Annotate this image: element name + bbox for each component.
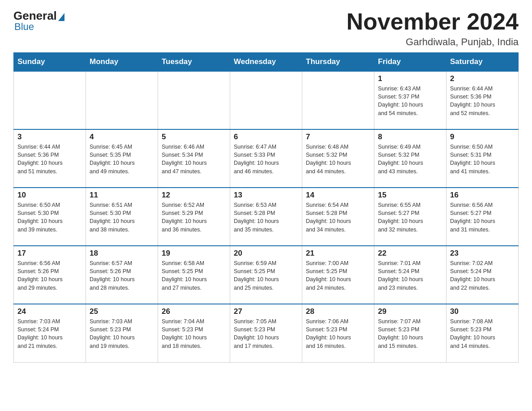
day-number: 10	[17, 191, 82, 200]
day-number: 1	[378, 74, 442, 83]
day-number: 26	[162, 307, 226, 316]
day-info: Sunrise: 6:53 AMSunset: 5:28 PMDaylight:…	[234, 201, 298, 234]
calendar-cell: 21Sunrise: 7:00 AMSunset: 5:25 PMDayligh…	[302, 246, 374, 304]
day-number: 22	[378, 249, 442, 258]
week-row-1: 1Sunrise: 6:43 AMSunset: 5:37 PMDaylight…	[14, 71, 519, 129]
day-number: 12	[162, 191, 226, 200]
calendar-cell: 14Sunrise: 6:54 AMSunset: 5:28 PMDayligh…	[302, 188, 374, 246]
day-number: 5	[162, 133, 226, 141]
calendar-cell: 9Sunrise: 6:50 AMSunset: 5:31 PMDaylight…	[446, 129, 519, 188]
calendar-cell: 3Sunrise: 6:44 AMSunset: 5:36 PMDaylight…	[14, 129, 86, 188]
day-number: 6	[234, 133, 298, 141]
calendar-cell: 25Sunrise: 7:03 AMSunset: 5:23 PMDayligh…	[86, 304, 158, 362]
day-number: 25	[90, 307, 154, 316]
weekday-header-saturday: Saturday	[446, 53, 519, 72]
day-info: Sunrise: 7:00 AMSunset: 5:25 PMDaylight:…	[306, 259, 370, 292]
weekday-header-wednesday: Wednesday	[230, 53, 302, 72]
day-number: 19	[162, 249, 226, 258]
day-info: Sunrise: 6:44 AMSunset: 5:36 PMDaylight:…	[450, 85, 515, 117]
calendar-cell: 16Sunrise: 6:56 AMSunset: 5:27 PMDayligh…	[446, 188, 519, 246]
day-number: 18	[90, 249, 154, 258]
day-info: Sunrise: 6:43 AMSunset: 5:37 PMDaylight:…	[378, 85, 442, 117]
day-number: 29	[378, 307, 442, 316]
day-info: Sunrise: 7:05 AMSunset: 5:23 PMDaylight:…	[234, 317, 298, 350]
calendar-cell	[230, 71, 302, 129]
day-number: 20	[234, 249, 298, 258]
day-info: Sunrise: 6:51 AMSunset: 5:30 PMDaylight:…	[90, 201, 154, 234]
day-info: Sunrise: 7:07 AMSunset: 5:23 PMDaylight:…	[378, 317, 442, 350]
weekday-header-sunday: Sunday	[14, 53, 86, 72]
day-number: 24	[17, 307, 82, 316]
calendar-cell: 1Sunrise: 6:43 AMSunset: 5:37 PMDaylight…	[374, 71, 446, 129]
day-info: Sunrise: 6:50 AMSunset: 5:30 PMDaylight:…	[17, 201, 82, 234]
page-subtitle: Garhdiwala, Punjab, India	[347, 36, 519, 48]
week-row-2: 3Sunrise: 6:44 AMSunset: 5:36 PMDaylight…	[14, 129, 519, 188]
calendar-cell	[302, 71, 374, 129]
day-number: 8	[378, 133, 442, 141]
day-info: Sunrise: 7:04 AMSunset: 5:23 PMDaylight:…	[162, 317, 226, 350]
weekday-header-friday: Friday	[374, 53, 446, 72]
calendar-cell: 7Sunrise: 6:48 AMSunset: 5:32 PMDaylight…	[302, 129, 374, 188]
calendar-cell: 23Sunrise: 7:02 AMSunset: 5:24 PMDayligh…	[446, 246, 519, 304]
day-info: Sunrise: 6:49 AMSunset: 5:32 PMDaylight:…	[378, 143, 442, 176]
day-info: Sunrise: 6:48 AMSunset: 5:32 PMDaylight:…	[306, 143, 370, 176]
calendar-cell	[14, 71, 86, 129]
day-number: 17	[17, 249, 82, 258]
calendar-cell: 26Sunrise: 7:04 AMSunset: 5:23 PMDayligh…	[158, 304, 230, 362]
calendar-cell: 5Sunrise: 6:46 AMSunset: 5:34 PMDaylight…	[158, 129, 230, 188]
weekday-header-tuesday: Tuesday	[158, 53, 230, 72]
day-number: 23	[450, 249, 515, 258]
calendar-cell: 4Sunrise: 6:45 AMSunset: 5:35 PMDaylight…	[86, 129, 158, 188]
calendar-cell: 24Sunrise: 7:03 AMSunset: 5:24 PMDayligh…	[14, 304, 86, 362]
calendar-cell: 13Sunrise: 6:53 AMSunset: 5:28 PMDayligh…	[230, 188, 302, 246]
day-number: 14	[306, 191, 370, 200]
day-info: Sunrise: 6:59 AMSunset: 5:25 PMDaylight:…	[234, 259, 298, 292]
calendar-cell: 28Sunrise: 7:06 AMSunset: 5:23 PMDayligh…	[302, 304, 374, 362]
calendar-cell: 22Sunrise: 7:01 AMSunset: 5:24 PMDayligh…	[374, 246, 446, 304]
day-info: Sunrise: 6:56 AMSunset: 5:27 PMDaylight:…	[450, 201, 515, 234]
week-row-3: 10Sunrise: 6:50 AMSunset: 5:30 PMDayligh…	[14, 188, 519, 246]
week-row-4: 17Sunrise: 6:56 AMSunset: 5:26 PMDayligh…	[14, 246, 519, 304]
calendar-cell: 19Sunrise: 6:58 AMSunset: 5:25 PMDayligh…	[158, 246, 230, 304]
calendar-cell: 15Sunrise: 6:55 AMSunset: 5:27 PMDayligh…	[374, 188, 446, 246]
day-info: Sunrise: 7:06 AMSunset: 5:23 PMDaylight:…	[306, 317, 370, 350]
day-number: 21	[306, 249, 370, 258]
calendar-cell: 11Sunrise: 6:51 AMSunset: 5:30 PMDayligh…	[86, 188, 158, 246]
day-number: 16	[450, 191, 515, 200]
calendar-cell	[158, 71, 230, 129]
day-number: 3	[17, 133, 82, 141]
week-row-5: 24Sunrise: 7:03 AMSunset: 5:24 PMDayligh…	[14, 304, 519, 362]
day-info: Sunrise: 7:03 AMSunset: 5:23 PMDaylight:…	[90, 317, 154, 350]
day-number: 11	[90, 191, 154, 200]
day-info: Sunrise: 6:58 AMSunset: 5:25 PMDaylight:…	[162, 259, 226, 292]
calendar-cell	[86, 71, 158, 129]
day-info: Sunrise: 6:44 AMSunset: 5:36 PMDaylight:…	[17, 143, 82, 176]
day-info: Sunrise: 6:54 AMSunset: 5:28 PMDaylight:…	[306, 201, 370, 234]
day-number: 28	[306, 307, 370, 316]
day-info: Sunrise: 7:02 AMSunset: 5:24 PMDaylight:…	[450, 259, 515, 292]
calendar-cell: 2Sunrise: 6:44 AMSunset: 5:36 PMDaylight…	[446, 71, 519, 129]
weekday-header-monday: Monday	[86, 53, 158, 72]
logo-blue-text: Blue	[14, 21, 34, 33]
calendar-cell: 8Sunrise: 6:49 AMSunset: 5:32 PMDaylight…	[374, 129, 446, 188]
page-title: November 2024	[347, 9, 519, 34]
logo-arrow-icon	[58, 13, 64, 21]
calendar-cell: 18Sunrise: 6:57 AMSunset: 5:26 PMDayligh…	[86, 246, 158, 304]
day-info: Sunrise: 7:03 AMSunset: 5:24 PMDaylight:…	[17, 317, 82, 350]
day-number: 9	[450, 133, 515, 141]
day-number: 7	[306, 133, 370, 141]
calendar-cell: 29Sunrise: 7:07 AMSunset: 5:23 PMDayligh…	[374, 304, 446, 362]
day-info: Sunrise: 6:57 AMSunset: 5:26 PMDaylight:…	[90, 259, 154, 292]
day-info: Sunrise: 6:56 AMSunset: 5:26 PMDaylight:…	[17, 259, 82, 292]
day-number: 30	[450, 307, 515, 316]
weekday-header-thursday: Thursday	[302, 53, 374, 72]
day-number: 27	[234, 307, 298, 316]
day-info: Sunrise: 6:47 AMSunset: 5:33 PMDaylight:…	[234, 143, 298, 176]
day-info: Sunrise: 6:45 AMSunset: 5:35 PMDaylight:…	[90, 143, 154, 176]
calendar-table: SundayMondayTuesdayWednesdayThursdayFrid…	[13, 52, 519, 363]
page-header: General Blue November 2024 Garhdiwala, P…	[13, 9, 519, 48]
calendar-cell: 27Sunrise: 7:05 AMSunset: 5:23 PMDayligh…	[230, 304, 302, 362]
day-info: Sunrise: 6:46 AMSunset: 5:34 PMDaylight:…	[162, 143, 226, 176]
title-block: November 2024 Garhdiwala, Punjab, India	[347, 9, 519, 48]
calendar-cell: 17Sunrise: 6:56 AMSunset: 5:26 PMDayligh…	[14, 246, 86, 304]
